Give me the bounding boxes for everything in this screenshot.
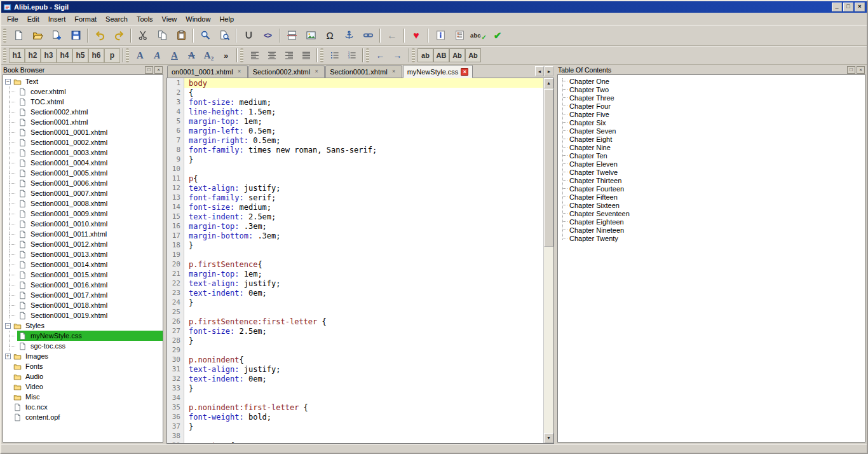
insert-image-button[interactable] [301, 27, 320, 45]
editor-line[interactable]: 18} [167, 240, 543, 250]
editor-line[interactable]: 35p.nonindent:first-letter { [167, 402, 543, 412]
tree-item-toc-xhtml[interactable]: TOC.xhtml [3, 97, 163, 107]
numbered-list-button[interactable] [343, 48, 360, 63]
expand-expander[interactable]: + [5, 354, 11, 359]
editor-line[interactable]: 22text-align: justify; [167, 279, 543, 288]
undo-button[interactable] [90, 27, 109, 45]
editor-line[interactable]: 20p.firstSentence{ [167, 259, 543, 269]
bulleted-list-button[interactable] [326, 48, 343, 63]
toc-item-chapter-two[interactable]: Chapter Two [560, 85, 865, 93]
tab-close-button[interactable]: × [236, 68, 243, 76]
italic-button[interactable]: A [149, 48, 166, 63]
paragraph-button[interactable]: p [104, 48, 120, 63]
editor-line[interactable]: 27font-size: 2.5em; [167, 326, 543, 336]
toc-item-chapter-five[interactable]: Chapter Five [560, 110, 865, 118]
tree-item-section0001-0018-xhtml[interactable]: Section0001_0018.xhtml [3, 300, 163, 310]
heading-1-button[interactable]: h1 [9, 48, 25, 63]
align-justify-button[interactable] [297, 48, 315, 63]
tree-item-section0001-0010-xhtml[interactable]: Section0001_0010.xhtml [3, 219, 163, 229]
new-file-button[interactable] [9, 27, 28, 45]
code-editor[interactable]: 1body2{3font-size: medium;4line-height: … [166, 78, 554, 444]
paste-button[interactable] [172, 27, 191, 45]
tree-item-section0001-0016-xhtml[interactable]: Section0001_0016.xhtml [3, 280, 163, 290]
tab-section0001-xhtml[interactable]: Section0001.xhtml× [325, 65, 402, 78]
editor-line[interactable]: 21margin-top: 1em; [167, 269, 543, 279]
editor-line[interactable]: 8font-family: times new roman, Sans-seri… [167, 145, 543, 155]
editor-line[interactable]: 34 [167, 393, 543, 402]
menu-format[interactable]: Format [70, 14, 101, 24]
tree-item-styles[interactable]: −Styles [3, 320, 163, 331]
tree-item-section0001-0019-xhtml[interactable]: Section0001_0019.xhtml [3, 310, 163, 320]
menu-help[interactable]: Help [215, 14, 238, 24]
editor-line[interactable]: 9} [167, 155, 543, 164]
capitalize-button[interactable]: Ab [465, 48, 481, 62]
tree-item-audio[interactable]: Audio [3, 371, 163, 382]
tree-item-content-opf[interactable]: content.opf [3, 412, 163, 422]
scroll-up-button[interactable]: ▲ [544, 78, 553, 88]
tree-item-section0001-0005-xhtml[interactable]: Section0001_0005.xhtml [3, 168, 163, 178]
editor-line[interactable]: 4line-height: 1.5em; [167, 107, 543, 116]
tree-item-toc-ncx[interactable]: toc.ncx [3, 402, 163, 412]
tree-item-section0001-0012-xhtml[interactable]: Section0001_0012.xhtml [3, 239, 163, 249]
save-button[interactable] [66, 27, 85, 45]
donate-button[interactable]: ♥ [407, 27, 426, 45]
editor-line[interactable]: 5margin-top: 1em; [167, 116, 543, 126]
editor-line[interactable]: 3font-size: medium; [167, 97, 543, 107]
tab-mynewstyle-css[interactable]: myNewStyle.css× [403, 65, 473, 78]
scroll-down-button[interactable]: ▼ [544, 433, 553, 443]
propercase-button[interactable]: Ab [449, 48, 465, 62]
toolbar-grip[interactable] [3, 48, 6, 62]
tree-item-section0001-0015-xhtml[interactable]: Section0001_0015.xhtml [3, 270, 163, 280]
editor-line[interactable]: 39p.center { [167, 441, 543, 443]
uppercase-button[interactable]: AB [433, 48, 449, 62]
toc-item-chapter-twenty[interactable]: Chapter Twenty [560, 234, 865, 242]
toc-item-chapter-seven[interactable]: Chapter Seven [560, 127, 865, 135]
tree-item-cover-xhtml[interactable]: cover.xhtml [3, 86, 163, 97]
tree-item-section0001-0011-xhtml[interactable]: Section0001_0011.xhtml [3, 229, 163, 239]
strikethrough-button[interactable]: A [183, 48, 200, 63]
toc-item-chapter-sixteen[interactable]: Chapter Sixteen [560, 201, 865, 209]
close-toc-button[interactable]: × [857, 66, 865, 74]
tree-item-section0001-0009-xhtml[interactable]: Section0001_0009.xhtml [3, 209, 163, 219]
insert-special-character-button[interactable]: Ω [320, 27, 339, 45]
back-to-link-button[interactable]: ← [383, 27, 402, 45]
metadata-editor-button[interactable] [431, 27, 450, 45]
editor-line[interactable]: 23text-indent: 0em; [167, 288, 543, 298]
editor-line[interactable]: 2{ [167, 88, 543, 97]
split-at-cursor-button[interactable] [282, 27, 301, 45]
tree-item-section0001-0007-xhtml[interactable]: Section0001_0007.xhtml [3, 188, 163, 198]
tab-close-button[interactable]: × [313, 68, 320, 76]
align-left-button[interactable] [246, 48, 263, 63]
tree-item-section0001-0001-xhtml[interactable]: Section0001_0001.xhtml [3, 127, 163, 137]
cut-button[interactable] [133, 27, 153, 45]
increase-indent-button[interactable]: → [389, 48, 406, 63]
heading-2-button[interactable]: h2 [25, 48, 41, 63]
editor-line[interactable]: 28} [167, 336, 543, 345]
editor-line[interactable]: 1body [167, 78, 543, 88]
collapse-expander[interactable]: − [5, 79, 11, 85]
decrease-indent-button[interactable]: ← [372, 48, 389, 63]
toc-item-chapter-eleven[interactable]: Chapter Eleven [560, 160, 865, 168]
editor-line[interactable]: 24} [167, 298, 543, 307]
add-existing-files-button[interactable] [47, 27, 66, 45]
editor-line[interactable]: 25 [167, 307, 543, 317]
titlebar[interactable]: Alibi.epub - Sigil _□× [1, 1, 867, 13]
find-in-files-button[interactable] [215, 27, 234, 45]
tree-item-sgc-toc-css[interactable]: sgc-toc.css [3, 341, 163, 351]
editor-line[interactable]: 12text-align: justify; [167, 183, 543, 193]
tree-item-images[interactable]: +Images [3, 351, 163, 361]
copy-button[interactable] [153, 27, 172, 45]
tree-item-section0001-0006-xhtml[interactable]: Section0001_0006.xhtml [3, 178, 163, 188]
tree-item-misc[interactable]: Misc [3, 392, 163, 402]
collapse-expander[interactable]: − [5, 323, 11, 329]
menu-edit[interactable]: Edit [23, 14, 44, 24]
editor-line[interactable]: 31text-align: justify; [167, 364, 543, 374]
toc-editor-button[interactable] [450, 27, 469, 45]
close-panel-button[interactable]: × [154, 66, 163, 74]
close-button[interactable]: × [855, 3, 865, 11]
tab-scroll-right-button[interactable]: ► [545, 66, 553, 76]
toc-item-chapter-eighteen[interactable]: Chapter Eighteen [560, 217, 865, 226]
tree-item-section0001-0013-xhtml[interactable]: Section0001_0013.xhtml [3, 249, 163, 259]
editor-line[interactable]: 14font-size: medium; [167, 202, 543, 212]
editor-line[interactable]: 13font-family: serif; [167, 193, 543, 202]
